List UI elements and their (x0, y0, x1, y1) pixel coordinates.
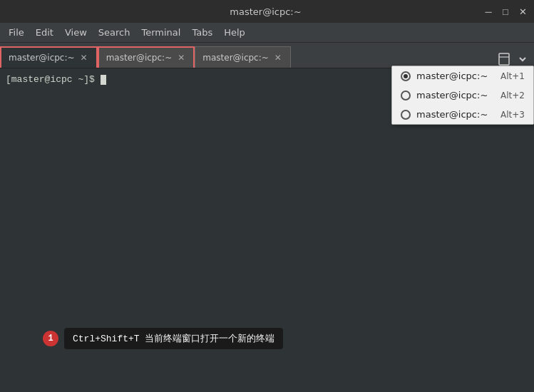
tab-2-close[interactable]: ✕ (176, 53, 186, 63)
dropdown-label-1: master@icpc:~ (416, 71, 495, 81)
bookmark-icon (498, 53, 510, 66)
menu-search[interactable]: Search (93, 24, 136, 41)
radio-3 (401, 110, 411, 120)
tab-2-label: master@icpc:~ (106, 53, 173, 63)
terminal-cursor (101, 75, 106, 85)
menu-bar: File Edit View Search Terminal Tabs Help (0, 23, 534, 43)
dropdown-label-3: master@icpc:~ (416, 109, 495, 120)
dropdown-shortcut-2: Alt+2 (500, 91, 525, 100)
radio-1 (401, 71, 411, 81)
terminal-prompt: [master@icpc ~]$ (6, 74, 101, 85)
menu-terminal[interactable]: Terminal (135, 24, 186, 41)
menu-tabs[interactable]: Tabs (186, 24, 218, 41)
tab-3-close[interactable]: ✕ (273, 53, 283, 63)
maximize-button[interactable]: □ (500, 6, 511, 17)
tab-1-close[interactable]: ✕ (79, 53, 89, 63)
close-button[interactable]: ✕ (517, 6, 528, 17)
menu-view[interactable]: View (59, 24, 93, 41)
window-controls: ─ □ ✕ (483, 6, 528, 17)
dropdown-shortcut-3: Alt+3 (500, 110, 525, 120)
tab-3-label: master@icpc:~ (202, 53, 269, 63)
tooltip: 1 Ctrl+Shift+T 当前终端窗口打开一个新的终端 (43, 328, 283, 349)
menu-file[interactable]: File (3, 24, 30, 41)
chevron-down-icon (518, 55, 527, 63)
dropdown-shortcut-1: Alt+1 (500, 71, 525, 81)
svg-rect-0 (499, 53, 509, 65)
dropdown-item-1[interactable]: master@icpc:~ Alt+1 (392, 66, 533, 86)
title-bar: master@icpc:~ ─ □ ✕ (0, 0, 534, 23)
dropdown-label-2: master@icpc:~ (416, 90, 495, 100)
menu-help[interactable]: Help (218, 24, 251, 41)
tab-1-label: master@icpc:~ (9, 53, 75, 63)
radio-2 (401, 91, 411, 100)
tooltip-badge: 1 (43, 331, 58, 346)
tab-2[interactable]: master@icpc:~ ✕ (98, 46, 195, 68)
tab-1[interactable]: master@icpc:~ ✕ (0, 46, 98, 68)
window-title: master@icpc:~ (48, 6, 483, 17)
menu-edit[interactable]: Edit (30, 24, 59, 41)
dropdown-item-3[interactable]: master@icpc:~ Alt+3 (392, 105, 533, 124)
tab-dropdown-menu: master@icpc:~ Alt+1 master@icpc:~ Alt+2 … (391, 66, 534, 125)
dropdown-item-2[interactable]: master@icpc:~ Alt+2 (392, 86, 533, 105)
tab-3[interactable]: master@icpc:~ ✕ (195, 46, 291, 68)
tooltip-text: Ctrl+Shift+T 当前终端窗口打开一个新的终端 (64, 328, 283, 349)
tab-bar: master@icpc:~ ✕ master@icpc:~ ✕ master@i… (0, 43, 534, 68)
minimize-button[interactable]: ─ (483, 6, 494, 17)
